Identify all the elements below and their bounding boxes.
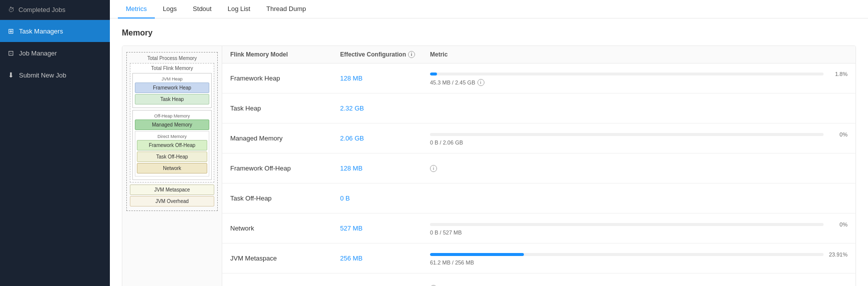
tab-log-list[interactable]: Log List <box>220 0 259 18</box>
memory-diagram: Total Process Memory Total Flink Memory … <box>122 46 222 286</box>
row-metric-3: i <box>430 160 848 177</box>
row-name-0: Framework Heap <box>230 74 340 82</box>
row-config-3: 128 MB <box>340 164 430 172</box>
sidebar-item-submit-job[interactable]: ⬇ Submit New Job <box>0 64 110 86</box>
sidebar-item-task-managers[interactable]: ⊞ Task Managers <box>0 20 110 42</box>
progress-pct-6: 23.91% <box>828 252 848 258</box>
row-metric-5: 0% 0 B / 527 MB <box>430 216 848 240</box>
row-metric-6: 23.91% 61.2 MB / 256 MB <box>430 246 848 270</box>
diagram-direct: Direct Memory Framework Off-Heap Task Of… <box>135 131 209 176</box>
progress-pct-5: 0% <box>828 222 848 228</box>
tab-thread-dump[interactable]: Thread Dump <box>258 0 314 18</box>
row-name-4: Task Off-Heap <box>230 194 340 202</box>
row-config-4: 0 B <box>340 194 430 202</box>
row-config-6: 256 MB <box>340 254 430 262</box>
metric-sub-2: 0 B / 2.06 GB <box>430 140 848 146</box>
table-row: Managed Memory 2.06 GB 0% 0 B / 2.06 GB <box>222 124 856 154</box>
progress-row-0: 1.8% <box>430 71 848 77</box>
diagram-framework-heap: Framework Heap <box>135 82 209 93</box>
table-row: Task Heap 2.32 GB <box>222 94 856 124</box>
diagram-jvm-heap: JVM Heap Framework Heap Task Heap <box>132 73 212 108</box>
progress-bar-5 <box>430 223 824 226</box>
row-info-icon-3[interactable]: i <box>430 165 437 172</box>
sidebar-header: ⏱ Completed Jobs <box>0 0 110 20</box>
diagram-jvm-overhead: JVM Overhead <box>130 196 214 206</box>
progress-bar-2 <box>430 133 824 136</box>
table-row: Task Off-Heap 0 B <box>222 184 856 214</box>
diagram-task-off: Task Off-Heap <box>137 152 207 162</box>
main-content: Metrics Logs Stdout Log List Thread Dump… <box>110 0 868 286</box>
diagram-managed: Managed Memory <box>135 120 209 130</box>
col-header-model: Flink Memory Model <box>230 51 340 58</box>
diagram-network: Network <box>137 163 207 174</box>
jvm-heap-label: JVM Heap <box>135 76 209 82</box>
row-config-1: 2.32 GB <box>340 104 430 112</box>
row-config-0: 128 MB <box>340 74 430 82</box>
row-name-5: Network <box>230 224 340 232</box>
sidebar-item-task-managers-label: Task Managers <box>19 28 63 35</box>
progress-fill-6 <box>430 253 524 256</box>
sidebar-header-label: Completed Jobs <box>18 6 65 14</box>
row-name-3: Framework Off-Heap <box>230 164 340 172</box>
config-info-icon[interactable]: i <box>408 51 415 58</box>
table-row: Network 527 MB 0% 0 B / 527 MB <box>222 214 856 244</box>
row-name-1: Task Heap <box>230 104 340 112</box>
row-metric-4 <box>430 194 848 204</box>
table-header: Flink Memory Model Effective Configurati… <box>222 46 856 64</box>
tab-metrics[interactable]: Metrics <box>118 0 155 18</box>
table-row: Framework Heap 128 MB 1.8% 45.3 MB / 2.4… <box>222 64 856 94</box>
progress-bar-0 <box>430 72 824 76</box>
table-row: JVM Overhead 614 MB i <box>222 274 856 286</box>
diagram-task-heap: Task Heap <box>135 94 209 104</box>
memory-table: Flink Memory Model Effective Configurati… <box>222 46 856 286</box>
sidebar: ⏱ Completed Jobs ⊞ Task Managers ⊡ Job M… <box>0 0 110 286</box>
row-metric-1 <box>430 104 848 114</box>
diagram-inner-label: Total Flink Memory <box>132 66 212 71</box>
row-name-2: Managed Memory <box>230 134 340 142</box>
progress-row-6: 23.91% <box>430 252 848 258</box>
metric-sub-6: 61.2 MB / 256 MB <box>430 260 848 266</box>
submit-job-icon: ⬇ <box>8 71 14 79</box>
sidebar-item-job-manager-label: Job Manager <box>19 50 57 57</box>
row-metric-2: 0% 0 B / 2.06 GB <box>430 126 848 150</box>
progress-pct-2: 0% <box>828 132 848 138</box>
row-info-icon-0[interactable]: i <box>477 79 484 86</box>
diagram-outer-box: Total Process Memory Total Flink Memory … <box>126 52 218 211</box>
row-config-5: 527 MB <box>340 224 430 232</box>
progress-row-5: 0% <box>430 222 848 228</box>
metric-sub-0: 45.3 MB / 2.45 GB i <box>430 79 848 86</box>
section-title: Memory <box>122 28 856 38</box>
memory-container: Total Process Memory Total Flink Memory … <box>122 46 856 286</box>
tab-logs[interactable]: Logs <box>155 0 185 18</box>
tab-bar: Metrics Logs Stdout Log List Thread Dump <box>110 0 868 18</box>
diagram-framework-off: Framework Off-Heap <box>137 140 207 150</box>
diagram-inner-box: Total Flink Memory JVM Heap Framework He… <box>130 63 214 182</box>
task-managers-icon: ⊞ <box>8 27 14 35</box>
content-area: Memory Total Process Memory Total Flink … <box>110 18 868 286</box>
sidebar-item-submit-job-label: Submit New Job <box>19 72 66 79</box>
row-metric-7: i <box>430 280 848 286</box>
completed-jobs-icon: ⏱ <box>8 6 14 14</box>
table-row: Framework Off-Heap 128 MB i <box>222 154 856 184</box>
progress-fill-0 <box>430 72 437 76</box>
progress-pct-0: 1.8% <box>828 71 848 77</box>
row-metric-0: 1.8% 45.3 MB / 2.45 GB i <box>430 66 848 91</box>
direct-label: Direct Memory <box>137 134 207 139</box>
row-config-2: 2.06 GB <box>340 134 430 142</box>
col-header-config: Effective Configuration i <box>340 51 430 58</box>
diagram-jvm-meta: JVM Metaspace <box>130 184 214 195</box>
metric-sub-5: 0 B / 527 MB <box>430 230 848 236</box>
table-row: JVM Metaspace 256 MB 23.91% 61.2 MB / 25… <box>222 244 856 274</box>
tab-stdout[interactable]: Stdout <box>185 0 220 18</box>
row-name-6: JVM Metaspace <box>230 254 340 262</box>
job-manager-icon: ⊡ <box>8 49 14 57</box>
col-header-metric: Metric <box>430 51 848 58</box>
diagram-outer-label: Total Process Memory <box>130 56 214 61</box>
off-heap-label: Off-Heap Memory <box>135 114 209 118</box>
progress-row-2: 0% <box>430 132 848 138</box>
diagram-off-heap: Off-Heap Memory Managed Memory Direct Me… <box>132 110 212 180</box>
sidebar-item-job-manager[interactable]: ⊡ Job Manager <box>0 42 110 64</box>
progress-bar-6 <box>430 253 824 256</box>
